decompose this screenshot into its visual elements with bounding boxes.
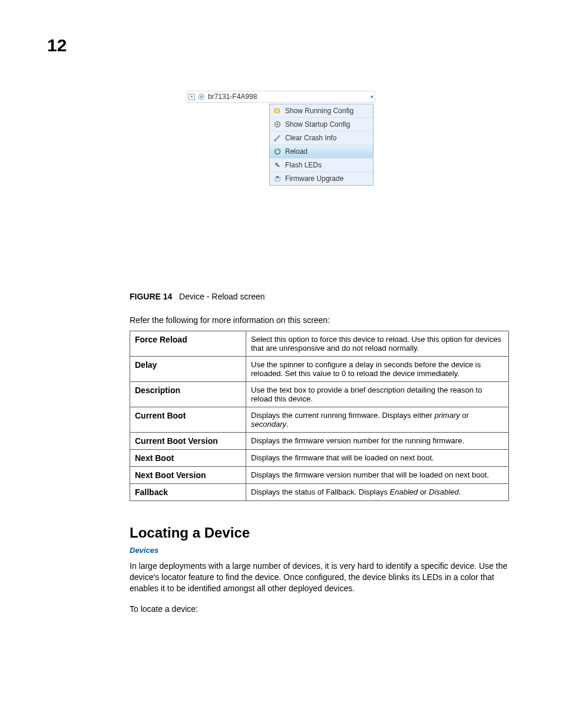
menu-item-label: Show Startup Config: [285, 120, 350, 129]
table-row-description: Displays the status of Fallback. Display…: [246, 484, 509, 501]
breadcrumb: Devices: [130, 546, 509, 555]
figure-caption-text: Device - Reload screen: [179, 292, 265, 301]
table-row-label: Current Boot: [130, 407, 246, 433]
menu-item-icon: [273, 174, 282, 183]
table-row: Next Boot VersionDisplays the firmware v…: [130, 467, 509, 484]
table-row-label: Next Boot Version: [130, 467, 246, 484]
menu-item-label: Clear Crash Info: [285, 134, 336, 142]
svg-rect-6: [277, 164, 280, 167]
menu-item-icon: [273, 147, 282, 156]
device-tree-item[interactable]: + br7131-F4A998 ▾: [187, 91, 375, 103]
menu-item[interactable]: Flash LEDs: [270, 159, 373, 172]
menu-item[interactable]: Show Startup Config: [270, 118, 373, 131]
table-row: FallbackDisplays the status of Fallback.…: [130, 484, 509, 501]
section-heading: Locating a Device: [130, 525, 509, 541]
menu-item[interactable]: Firmware Upgrade: [270, 172, 373, 185]
menu-item-label: Flash LEDs: [285, 161, 322, 169]
table-row: Current Boot VersionDisplays the firmwar…: [130, 433, 509, 450]
intro-text: Refer the following for more information…: [130, 315, 509, 325]
table-row-label: Description: [130, 382, 246, 407]
table-row: Current BootDisplays the current running…: [130, 407, 509, 433]
section-paragraph: In large deployments with a large number…: [130, 561, 509, 594]
svg-point-4: [276, 123, 279, 126]
figure-caption: FIGURE 14 Device - Reload screen: [130, 292, 509, 301]
svg-rect-1: [200, 95, 203, 98]
table-row: DelayUse the spinner to configure a dela…: [130, 357, 509, 382]
table-row-description: Displays the firmware that will be loade…: [246, 450, 509, 467]
svg-rect-2: [275, 109, 280, 113]
section-lead: To locate a device:: [130, 604, 509, 615]
menu-item-icon: [273, 107, 282, 115]
menu-item[interactable]: Clear Crash Info: [270, 131, 373, 145]
menu-item-icon: [273, 134, 282, 142]
figure-label: FIGURE 14: [130, 292, 172, 301]
context-menu: Show Running ConfigShow Startup ConfigCl…: [269, 104, 373, 186]
menu-item-label: Show Running Config: [285, 107, 353, 115]
reference-table: Force ReloadSelect this option to force …: [130, 331, 509, 501]
menu-item[interactable]: Reload: [270, 145, 373, 159]
menu-item-label: Firmware Upgrade: [285, 174, 343, 183]
menu-item-icon: [273, 161, 282, 169]
table-row-description: Displays the firmware version number for…: [246, 433, 509, 450]
dropdown-arrow-icon[interactable]: ▾: [371, 94, 373, 100]
table-row-description: Use the text box to provide a brief desc…: [246, 382, 509, 407]
menu-item-label: Reload: [285, 147, 308, 156]
table-row: Next BootDisplays the firmware that will…: [130, 450, 509, 467]
table-row-label: Force Reload: [130, 331, 246, 357]
menu-item-icon: [273, 120, 282, 129]
table-row-description: Use the spinner to configure a delay in …: [246, 357, 509, 382]
device-icon: [197, 93, 206, 101]
menu-item[interactable]: Show Running Config: [270, 104, 373, 118]
table-row-label: Next Boot: [130, 450, 246, 467]
table-row-description: Select this option to force this device …: [246, 331, 509, 357]
expand-icon[interactable]: +: [189, 94, 195, 100]
table-row-label: Delay: [130, 357, 246, 382]
device-tree-item-label: br7131-F4A998: [208, 93, 257, 101]
page-number: 12: [47, 35, 515, 55]
table-row: Force ReloadSelect this option to force …: [130, 331, 509, 357]
table-row-label: Current Boot Version: [130, 433, 246, 450]
table-row-description: Displays the firmware version number tha…: [246, 467, 509, 484]
table-row: DescriptionUse the text box to provide a…: [130, 382, 509, 407]
table-row-label: Fallback: [130, 484, 246, 501]
table-row-description: Displays the current running firmware. D…: [246, 407, 509, 433]
ui-screenshot-figure: + br7131-F4A998 ▾ Show Running ConfigSho…: [187, 91, 375, 186]
